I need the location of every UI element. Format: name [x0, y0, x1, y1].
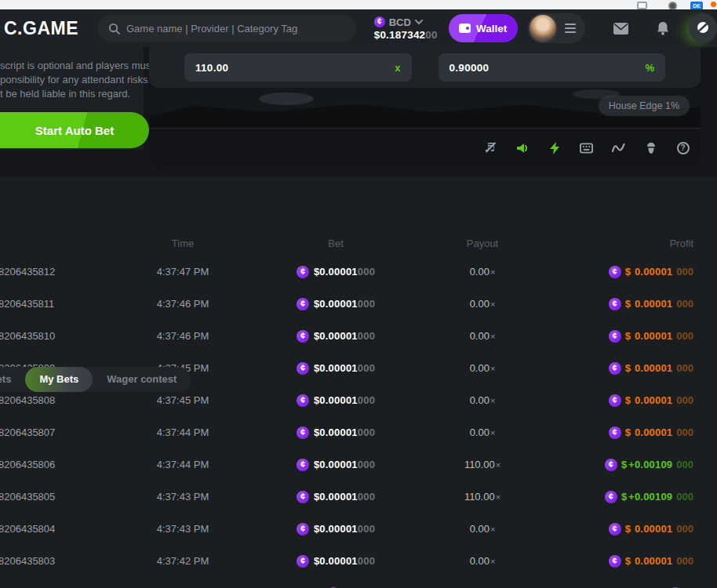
table-header: Time Bet Payout Profit — [0, 230, 717, 256]
house-edge-badge: House Edge 1% — [599, 96, 690, 116]
game-footer-toolbar: ♬ — [149, 128, 701, 167]
bcd-coin-icon: ¢ — [374, 16, 385, 27]
coin-icon: ¢ — [609, 330, 621, 343]
messages-button[interactable] — [613, 23, 628, 34]
bet-profit: ¢ $0.00001000 — [541, 394, 717, 407]
bet-id: 8206435803 — [0, 555, 118, 567]
table-row[interactable] — [0, 577, 717, 588]
start-auto-bet-button[interactable]: Start Auto Bet — [0, 112, 149, 148]
bet-profit: ¢ $0.00001000 — [541, 266, 717, 278]
tab-my-bets[interactable]: My Bets — [25, 367, 93, 392]
coin-icon: ¢ — [297, 459, 309, 471]
bet-payout: 0.00× — [424, 362, 541, 374]
live-stats-icon[interactable] — [612, 141, 625, 154]
bet-settings-row: 110.00 x 0.90000 % — [149, 47, 701, 88]
col-profit: Profit — [541, 238, 717, 249]
coin-icon: ¢ — [297, 266, 309, 278]
bet-profit: ¢ $+0.00109000 — [541, 491, 717, 503]
bet-profit: ¢ $0.00001000 — [541, 362, 717, 375]
bet-amount: ¢ $0.00001000 — [248, 491, 424, 503]
coin-icon: ¢ — [297, 555, 309, 568]
bet-payout: 0.00× — [424, 555, 541, 567]
coin-icon: ¢ — [609, 523, 621, 535]
bet-time: 4:37:44 PM — [118, 459, 248, 470]
bet-amount: ¢ $0.00001000 — [248, 362, 424, 375]
table-row[interactable]: 8206435805 4:37:43 PM ¢ $0.00001000 110.… — [0, 481, 717, 513]
tab-wager-contest[interactable]: Wager contest — [93, 367, 191, 392]
coin-icon: ¢ — [297, 491, 309, 503]
help-icon[interactable]: ? — [676, 141, 690, 154]
wallet-button[interactable]: Wallet — [449, 14, 518, 42]
browser-extension-icon[interactable] — [711, 2, 716, 7]
bet-id: 8206435806 — [0, 459, 118, 470]
disclaimer-text: script is optional and players must take… — [0, 47, 144, 101]
search-input[interactable]: Game name | Provider | Category Tag — [98, 15, 356, 42]
bet-amount: ¢ $0.00001000 — [248, 266, 424, 278]
turbo-bet-icon[interactable] — [548, 141, 561, 154]
table-row[interactable]: 8206435807 4:37:44 PM ¢ $0.00001000 0.00… — [0, 416, 717, 448]
bets-section: All Bets My Bets Wager contest Time Bet … — [0, 177, 717, 588]
notifications-button[interactable] — [657, 21, 669, 35]
coin-icon: ¢ — [297, 426, 309, 439]
table-row[interactable]: 8206435811 4:37:46 PM ¢ $0.00001000 0.00… — [0, 288, 717, 320]
bets-tabs: All Bets My Bets Wager contest — [0, 367, 191, 392]
browser-toolbar-edge: DE — [0, 0, 717, 9]
coin-icon: ¢ — [297, 394, 309, 407]
coin-icon: ¢ — [605, 491, 617, 503]
bell-icon — [657, 21, 669, 35]
profile-list-icon — [565, 24, 576, 33]
win-chance-input[interactable]: 0.90000 % — [439, 53, 666, 82]
bet-payout: 0.00× — [424, 523, 541, 535]
game-graphics: House Edge 1% — [149, 88, 701, 128]
table-row[interactable]: 8206435804 4:37:43 PM ¢ $0.00001000 0.00… — [0, 513, 717, 545]
autobet-sidebar-panel: script is optional and players must take… — [0, 47, 144, 150]
bet-id: 8206435808 — [0, 394, 118, 406]
bet-profit: ¢ $0.00001000 — [541, 523, 717, 535]
bet-id: 8206435804 — [0, 523, 118, 535]
col-time: Time — [118, 238, 248, 249]
bet-id: 8206435805 — [0, 491, 118, 503]
profile-menu[interactable] — [528, 13, 585, 43]
coin-icon: ¢ — [609, 298, 621, 310]
site-logo[interactable]: C.GAME — [4, 18, 78, 39]
currency-selector[interactable]: ¢ BCD $0.18734200 — [374, 16, 438, 41]
bet-id: 8206435810 — [0, 330, 118, 342]
wallet-icon — [459, 24, 471, 33]
percent-suffix: % — [645, 62, 654, 74]
bet-payout: 0.00× — [424, 266, 541, 278]
bet-amount: ¢ $0.00001000 — [248, 330, 424, 343]
bet-time: 4:37:43 PM — [118, 523, 248, 535]
bet-payout: 0.00× — [424, 330, 541, 342]
coin-icon: ¢ — [609, 555, 621, 568]
bet-profit: ¢ $0.00001000 — [541, 330, 717, 343]
sound-on-icon[interactable] — [515, 141, 529, 154]
tab-all-bets[interactable]: All Bets — [0, 367, 25, 392]
bet-time: 4:37:45 PM — [118, 394, 248, 406]
seed-icon[interactable] — [644, 141, 657, 154]
bet-payout: 110.00× — [424, 491, 541, 503]
table-row[interactable]: 8206435806 4:37:44 PM ¢ $0.00001000 110.… — [0, 448, 717, 481]
table-row[interactable]: 8206435810 4:37:46 PM ¢ $0.00001000 0.00… — [0, 320, 717, 352]
chat-toggle-button[interactable] — [689, 13, 717, 43]
bet-amount: ¢ $0.00001000 — [248, 426, 424, 439]
search-icon — [108, 23, 120, 34]
coin-icon: ¢ — [605, 459, 617, 471]
bet-id: 8206435811 — [0, 298, 118, 310]
payout-value: 110.00 — [195, 62, 395, 74]
music-off-icon[interactable]: ♬ — [483, 141, 497, 154]
bet-amount: ¢ $0.00001000 — [248, 459, 424, 471]
multiplier-suffix: x — [395, 62, 400, 74]
app-header: C.GAME Game name | Provider | Category T… — [0, 9, 717, 47]
coin-icon: ¢ — [297, 362, 309, 375]
bet-amount: ¢ $0.00001000 — [248, 523, 424, 535]
coin-icon: ¢ — [609, 394, 621, 407]
table-row[interactable]: 8206435812 4:37:47 PM ¢ $0.00001000 0.00… — [0, 256, 717, 288]
browser-extension-icon[interactable] — [637, 2, 647, 9]
table-row[interactable]: 8206435803 4:37:42 PM ¢ $0.00001000 0.00… — [0, 545, 717, 577]
avatar[interactable] — [528, 13, 558, 43]
bet-time: 4:37:44 PM — [118, 426, 248, 438]
table-body: 8206435812 4:37:47 PM ¢ $0.00001000 0.00… — [0, 256, 717, 588]
payout-input[interactable]: 110.00 x — [184, 53, 412, 82]
hotkeys-icon[interactable] — [580, 141, 593, 154]
col-payout: Payout — [424, 238, 541, 249]
